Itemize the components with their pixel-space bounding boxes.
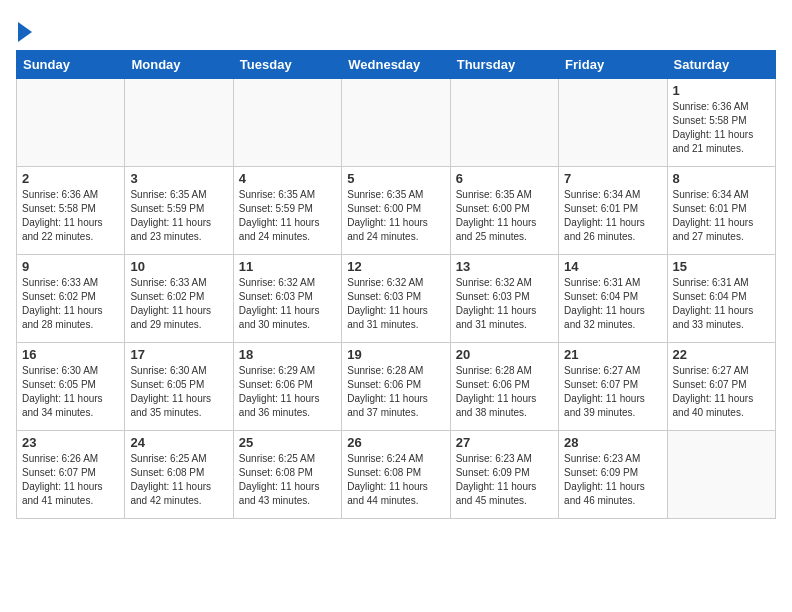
calendar-cell: 26Sunrise: 6:24 AM Sunset: 6:08 PM Dayli… [342,431,450,519]
calendar-cell: 27Sunrise: 6:23 AM Sunset: 6:09 PM Dayli… [450,431,558,519]
day-number: 5 [347,171,444,186]
calendar-cell: 22Sunrise: 6:27 AM Sunset: 6:07 PM Dayli… [667,343,775,431]
weekday-header-cell: Monday [125,51,233,79]
calendar-cell: 19Sunrise: 6:28 AM Sunset: 6:06 PM Dayli… [342,343,450,431]
day-number: 9 [22,259,119,274]
calendar-cell: 4Sunrise: 6:35 AM Sunset: 5:59 PM Daylig… [233,167,341,255]
day-number: 4 [239,171,336,186]
calendar-cell: 11Sunrise: 6:32 AM Sunset: 6:03 PM Dayli… [233,255,341,343]
weekday-header-row: SundayMondayTuesdayWednesdayThursdayFrid… [17,51,776,79]
page-header [16,16,776,42]
logo-arrow-icon [18,22,32,42]
day-info: Sunrise: 6:25 AM Sunset: 6:08 PM Dayligh… [239,452,336,508]
calendar-week-row: 1Sunrise: 6:36 AM Sunset: 5:58 PM Daylig… [17,79,776,167]
calendar-cell: 15Sunrise: 6:31 AM Sunset: 6:04 PM Dayli… [667,255,775,343]
day-info: Sunrise: 6:32 AM Sunset: 6:03 PM Dayligh… [347,276,444,332]
day-number: 19 [347,347,444,362]
day-number: 8 [673,171,770,186]
calendar-body: 1Sunrise: 6:36 AM Sunset: 5:58 PM Daylig… [17,79,776,519]
day-info: Sunrise: 6:29 AM Sunset: 6:06 PM Dayligh… [239,364,336,420]
day-info: Sunrise: 6:35 AM Sunset: 5:59 PM Dayligh… [130,188,227,244]
day-number: 15 [673,259,770,274]
weekday-header-cell: Saturday [667,51,775,79]
calendar-cell: 18Sunrise: 6:29 AM Sunset: 6:06 PM Dayli… [233,343,341,431]
day-number: 20 [456,347,553,362]
day-number: 26 [347,435,444,450]
day-info: Sunrise: 6:27 AM Sunset: 6:07 PM Dayligh… [673,364,770,420]
calendar-cell [450,79,558,167]
day-number: 12 [347,259,444,274]
calendar-cell: 5Sunrise: 6:35 AM Sunset: 6:00 PM Daylig… [342,167,450,255]
calendar-cell: 1Sunrise: 6:36 AM Sunset: 5:58 PM Daylig… [667,79,775,167]
day-info: Sunrise: 6:30 AM Sunset: 6:05 PM Dayligh… [130,364,227,420]
day-info: Sunrise: 6:35 AM Sunset: 6:00 PM Dayligh… [347,188,444,244]
day-number: 7 [564,171,661,186]
calendar-cell [559,79,667,167]
day-number: 1 [673,83,770,98]
day-number: 10 [130,259,227,274]
day-info: Sunrise: 6:30 AM Sunset: 6:05 PM Dayligh… [22,364,119,420]
day-info: Sunrise: 6:35 AM Sunset: 5:59 PM Dayligh… [239,188,336,244]
calendar-table: SundayMondayTuesdayWednesdayThursdayFrid… [16,50,776,519]
day-info: Sunrise: 6:36 AM Sunset: 5:58 PM Dayligh… [673,100,770,156]
day-number: 21 [564,347,661,362]
day-info: Sunrise: 6:32 AM Sunset: 6:03 PM Dayligh… [456,276,553,332]
day-number: 14 [564,259,661,274]
day-info: Sunrise: 6:28 AM Sunset: 6:06 PM Dayligh… [456,364,553,420]
day-info: Sunrise: 6:31 AM Sunset: 6:04 PM Dayligh… [673,276,770,332]
calendar-week-row: 23Sunrise: 6:26 AM Sunset: 6:07 PM Dayli… [17,431,776,519]
day-number: 28 [564,435,661,450]
day-number: 25 [239,435,336,450]
calendar-cell [342,79,450,167]
calendar-week-row: 16Sunrise: 6:30 AM Sunset: 6:05 PM Dayli… [17,343,776,431]
day-number: 2 [22,171,119,186]
day-info: Sunrise: 6:35 AM Sunset: 6:00 PM Dayligh… [456,188,553,244]
day-number: 27 [456,435,553,450]
day-number: 6 [456,171,553,186]
day-info: Sunrise: 6:36 AM Sunset: 5:58 PM Dayligh… [22,188,119,244]
day-info: Sunrise: 6:27 AM Sunset: 6:07 PM Dayligh… [564,364,661,420]
calendar-cell: 9Sunrise: 6:33 AM Sunset: 6:02 PM Daylig… [17,255,125,343]
calendar-cell: 16Sunrise: 6:30 AM Sunset: 6:05 PM Dayli… [17,343,125,431]
logo [16,20,32,42]
calendar-cell [17,79,125,167]
calendar-cell: 23Sunrise: 6:26 AM Sunset: 6:07 PM Dayli… [17,431,125,519]
calendar-week-row: 9Sunrise: 6:33 AM Sunset: 6:02 PM Daylig… [17,255,776,343]
calendar-cell: 3Sunrise: 6:35 AM Sunset: 5:59 PM Daylig… [125,167,233,255]
day-number: 23 [22,435,119,450]
day-info: Sunrise: 6:33 AM Sunset: 6:02 PM Dayligh… [22,276,119,332]
calendar-cell [233,79,341,167]
weekday-header-cell: Friday [559,51,667,79]
calendar-cell: 8Sunrise: 6:34 AM Sunset: 6:01 PM Daylig… [667,167,775,255]
day-info: Sunrise: 6:24 AM Sunset: 6:08 PM Dayligh… [347,452,444,508]
calendar-cell: 20Sunrise: 6:28 AM Sunset: 6:06 PM Dayli… [450,343,558,431]
calendar-cell: 24Sunrise: 6:25 AM Sunset: 6:08 PM Dayli… [125,431,233,519]
calendar-cell: 6Sunrise: 6:35 AM Sunset: 6:00 PM Daylig… [450,167,558,255]
day-number: 16 [22,347,119,362]
calendar-cell: 7Sunrise: 6:34 AM Sunset: 6:01 PM Daylig… [559,167,667,255]
weekday-header-cell: Sunday [17,51,125,79]
weekday-header-cell: Tuesday [233,51,341,79]
day-number: 18 [239,347,336,362]
day-info: Sunrise: 6:33 AM Sunset: 6:02 PM Dayligh… [130,276,227,332]
day-info: Sunrise: 6:31 AM Sunset: 6:04 PM Dayligh… [564,276,661,332]
calendar-cell [125,79,233,167]
day-number: 24 [130,435,227,450]
day-info: Sunrise: 6:26 AM Sunset: 6:07 PM Dayligh… [22,452,119,508]
calendar-cell: 21Sunrise: 6:27 AM Sunset: 6:07 PM Dayli… [559,343,667,431]
calendar-cell [667,431,775,519]
day-info: Sunrise: 6:23 AM Sunset: 6:09 PM Dayligh… [456,452,553,508]
day-info: Sunrise: 6:23 AM Sunset: 6:09 PM Dayligh… [564,452,661,508]
calendar-cell: 28Sunrise: 6:23 AM Sunset: 6:09 PM Dayli… [559,431,667,519]
day-info: Sunrise: 6:34 AM Sunset: 6:01 PM Dayligh… [564,188,661,244]
calendar-cell: 17Sunrise: 6:30 AM Sunset: 6:05 PM Dayli… [125,343,233,431]
weekday-header-cell: Wednesday [342,51,450,79]
day-info: Sunrise: 6:34 AM Sunset: 6:01 PM Dayligh… [673,188,770,244]
calendar-cell: 13Sunrise: 6:32 AM Sunset: 6:03 PM Dayli… [450,255,558,343]
day-number: 22 [673,347,770,362]
calendar-cell: 12Sunrise: 6:32 AM Sunset: 6:03 PM Dayli… [342,255,450,343]
calendar-cell: 14Sunrise: 6:31 AM Sunset: 6:04 PM Dayli… [559,255,667,343]
calendar-cell: 10Sunrise: 6:33 AM Sunset: 6:02 PM Dayli… [125,255,233,343]
day-number: 3 [130,171,227,186]
calendar-week-row: 2Sunrise: 6:36 AM Sunset: 5:58 PM Daylig… [17,167,776,255]
